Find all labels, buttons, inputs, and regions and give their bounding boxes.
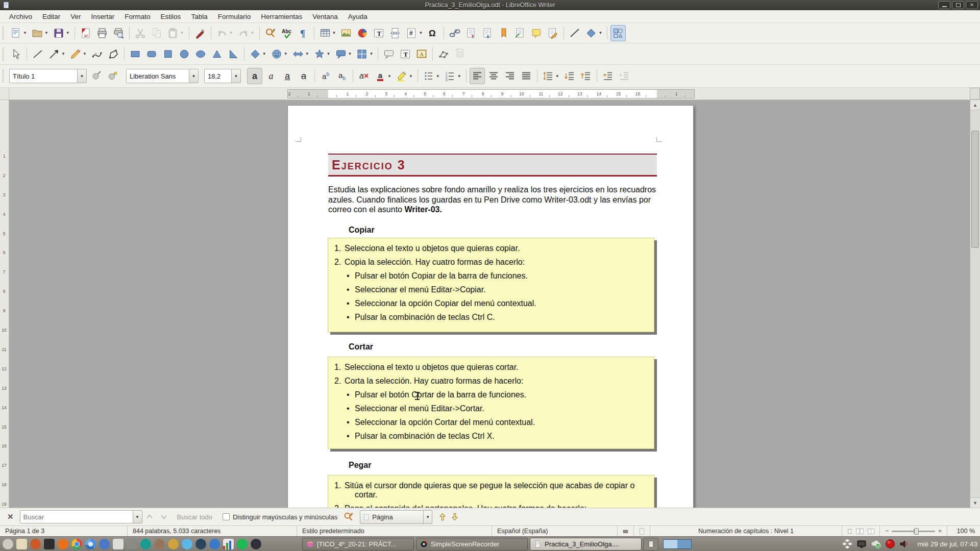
insert-cross-reference-button[interactable] bbox=[512, 25, 528, 41]
block-arrows-button[interactable]: ▼ bbox=[290, 46, 311, 62]
dropdown-arrow-icon[interactable]: ▼ bbox=[305, 52, 309, 56]
taskbar-window-inactive[interactable]: [TICO_4º_20-21: PRÁCT... bbox=[302, 538, 414, 550]
find-all-button[interactable]: Buscar todo bbox=[177, 513, 212, 521]
zoom-slider-thumb[interactable] bbox=[914, 528, 919, 535]
status-page-style[interactable]: Estilo predeterminado bbox=[297, 526, 492, 536]
launcher-skype[interactable] bbox=[181, 538, 193, 550]
font-name-combo[interactable]: Liberation Sans ▼ bbox=[126, 69, 199, 83]
ruler-toggle-button[interactable] bbox=[970, 88, 980, 99]
launcher-chromium[interactable] bbox=[84, 538, 97, 550]
launcher-chrome[interactable] bbox=[70, 538, 83, 550]
insert-endnote-button[interactable] bbox=[480, 25, 495, 41]
font-color-button[interactable]: a▼ bbox=[373, 68, 393, 84]
export-pdf-button[interactable] bbox=[78, 25, 93, 41]
search-input[interactable] bbox=[20, 513, 133, 521]
dropdown-arrow-icon[interactable]: ▼ bbox=[348, 52, 352, 56]
menu-ver[interactable]: Ver bbox=[65, 11, 86, 22]
dropdown-arrow-icon[interactable]: ▼ bbox=[284, 52, 288, 56]
superscript-button[interactable]: ab bbox=[318, 68, 333, 84]
menu-formulario[interactable]: Formulario bbox=[213, 11, 256, 22]
taskbar-window-active[interactable]: Practica_3_EmilioOlga.... bbox=[530, 538, 642, 550]
shapes-diamond-button[interactable]: ▼ bbox=[248, 46, 268, 62]
zoom-out-icon[interactable]: − bbox=[885, 528, 889, 535]
navigate-previous-icon[interactable] bbox=[436, 511, 449, 523]
edit-points-button[interactable] bbox=[436, 46, 451, 62]
menu-herramientas[interactable]: Herramientas bbox=[256, 11, 307, 22]
zoom-slider[interactable]: − + bbox=[880, 526, 947, 536]
chevron-down-icon[interactable]: ▼ bbox=[77, 69, 86, 83]
update-style-button[interactable] bbox=[89, 68, 104, 84]
status-page-number[interactable]: Página 1 de 3 bbox=[0, 526, 128, 536]
menu-tabla[interactable]: Tabla bbox=[186, 11, 212, 22]
zoom-in-icon[interactable]: + bbox=[938, 528, 942, 535]
save-button[interactable]: ▼ bbox=[51, 25, 71, 41]
search-category-combo[interactable]: Página ▼ bbox=[360, 510, 432, 524]
dropdown-arrow-icon[interactable]: ▼ bbox=[332, 31, 336, 35]
launcher-show-desktop[interactable] bbox=[2, 538, 14, 550]
print-button[interactable] bbox=[94, 25, 110, 41]
chevron-down-icon[interactable]: ▼ bbox=[133, 511, 142, 523]
dropdown-arrow-icon[interactable]: ▼ bbox=[419, 31, 423, 35]
align-center-button[interactable] bbox=[486, 68, 501, 84]
dropdown-arrow-icon[interactable]: ▼ bbox=[327, 52, 331, 56]
decrease-paragraph-spacing-button[interactable] bbox=[578, 68, 594, 84]
subscript-button[interactable]: ab bbox=[334, 68, 350, 84]
find-and-replace-button[interactable] bbox=[263, 25, 278, 41]
freeform-line-button[interactable]: ▼ bbox=[68, 46, 88, 62]
fontwork-button[interactable]: A bbox=[414, 46, 429, 62]
launcher-package[interactable] bbox=[126, 538, 138, 550]
line-spacing-button[interactable]: ▼ bbox=[541, 68, 561, 84]
insert-image-button[interactable] bbox=[338, 25, 354, 41]
single-page-view-icon[interactable] bbox=[846, 528, 853, 535]
launcher-text-editor[interactable] bbox=[15, 538, 28, 550]
dropdown-arrow-icon[interactable]: ▼ bbox=[555, 74, 559, 79]
show-draw-functions-button[interactable] bbox=[610, 25, 626, 41]
menu-ventana[interactable]: Ventana bbox=[307, 11, 343, 22]
insert-bookmark-button[interactable] bbox=[496, 25, 511, 41]
callouts-button[interactable] bbox=[381, 46, 397, 62]
taskbar-window-inactive[interactable]: SimpleScreenRecorder bbox=[416, 538, 528, 550]
rounded-rectangle-button[interactable] bbox=[144, 46, 159, 62]
menu-insertar[interactable]: Insertar bbox=[86, 11, 120, 22]
taskbar-clock[interactable]: mié 29 de jul, 07:43 bbox=[912, 540, 978, 548]
zoom-percent[interactable]: 100 % bbox=[947, 526, 980, 536]
workspace-switcher[interactable] bbox=[663, 539, 692, 549]
highlight-color-button[interactable]: ▼ bbox=[394, 68, 414, 84]
italic-button[interactable]: a bbox=[263, 68, 279, 84]
chevron-down-icon[interactable]: ▼ bbox=[189, 69, 198, 83]
insert-table-button[interactable]: ▼ bbox=[317, 25, 338, 41]
insert-line-button[interactable] bbox=[567, 25, 582, 41]
workspace-2[interactable] bbox=[677, 540, 691, 548]
insert-hyperlink-button[interactable] bbox=[447, 25, 462, 41]
launcher-player[interactable] bbox=[208, 538, 221, 550]
find-previous-icon[interactable] bbox=[143, 511, 156, 523]
align-right-button[interactable] bbox=[502, 68, 518, 84]
close-find-bar-icon[interactable]: ✕ bbox=[3, 511, 18, 522]
new-document-button[interactable]: ▼ bbox=[8, 25, 29, 41]
stars-and-banners-button[interactable]: ▼ bbox=[312, 46, 332, 62]
launcher-sprite[interactable] bbox=[167, 538, 180, 550]
circle-button[interactable] bbox=[177, 46, 192, 62]
callout-shapes-button[interactable]: ▼ bbox=[333, 46, 354, 62]
insert-page-break-button[interactable] bbox=[387, 25, 403, 41]
insert-field-button[interactable]: #▼ bbox=[404, 25, 424, 41]
paragraph-style-combo[interactable]: Título 1 ▼ bbox=[9, 69, 87, 83]
lines-and-arrows-button[interactable]: ▼ bbox=[46, 46, 67, 62]
status-word-count[interactable]: 844 palabras, 5.033 caracteres bbox=[128, 526, 297, 536]
view-layout-switcher[interactable] bbox=[842, 526, 880, 536]
insert-text-box-button[interactable]: T bbox=[371, 25, 386, 41]
insert-text-box-2-button[interactable]: T bbox=[398, 46, 413, 62]
launcher-penguin[interactable] bbox=[250, 538, 262, 550]
workspace-1[interactable] bbox=[664, 540, 677, 548]
insert-chart-button[interactable] bbox=[355, 25, 370, 41]
launcher-tux[interactable] bbox=[98, 538, 111, 550]
strikethrough-button[interactable]: a bbox=[296, 68, 311, 84]
navigate-next-icon[interactable] bbox=[449, 511, 461, 523]
chevron-down-icon[interactable]: ▼ bbox=[231, 69, 240, 83]
scroll-down-icon[interactable]: ▼ bbox=[970, 497, 980, 508]
close-button[interactable]: ✕ bbox=[966, 1, 978, 9]
dropdown-arrow-icon[interactable]: ▼ bbox=[44, 31, 48, 35]
right-triangle-button[interactable] bbox=[226, 46, 241, 62]
insert-special-character-button[interactable]: Ω bbox=[425, 25, 440, 41]
formatting-marks-button[interactable]: ¶ bbox=[296, 25, 311, 41]
